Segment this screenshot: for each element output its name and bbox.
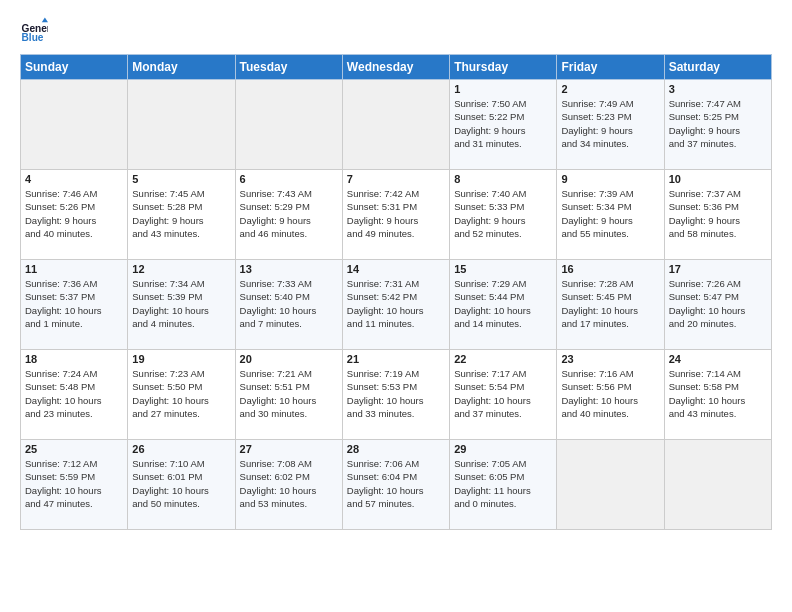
calendar-cell: 7Sunrise: 7:42 AM Sunset: 5:31 PM Daylig… <box>342 170 449 260</box>
calendar-cell: 11Sunrise: 7:36 AM Sunset: 5:37 PM Dayli… <box>21 260 128 350</box>
day-info: Sunrise: 7:31 AM Sunset: 5:42 PM Dayligh… <box>347 277 445 330</box>
calendar-cell: 25Sunrise: 7:12 AM Sunset: 5:59 PM Dayli… <box>21 440 128 530</box>
header-day-friday: Friday <box>557 55 664 80</box>
day-info: Sunrise: 7:12 AM Sunset: 5:59 PM Dayligh… <box>25 457 123 510</box>
day-info: Sunrise: 7:39 AM Sunset: 5:34 PM Dayligh… <box>561 187 659 240</box>
logo-icon: General Blue <box>20 16 48 44</box>
day-info: Sunrise: 7:14 AM Sunset: 5:58 PM Dayligh… <box>669 367 767 420</box>
calendar-cell: 22Sunrise: 7:17 AM Sunset: 5:54 PM Dayli… <box>450 350 557 440</box>
svg-text:Blue: Blue <box>22 32 44 43</box>
logo: General Blue <box>20 16 48 44</box>
day-info: Sunrise: 7:50 AM Sunset: 5:22 PM Dayligh… <box>454 97 552 150</box>
calendar-cell: 17Sunrise: 7:26 AM Sunset: 5:47 PM Dayli… <box>664 260 771 350</box>
calendar-cell: 1Sunrise: 7:50 AM Sunset: 5:22 PM Daylig… <box>450 80 557 170</box>
day-info: Sunrise: 7:21 AM Sunset: 5:51 PM Dayligh… <box>240 367 338 420</box>
day-number: 17 <box>669 263 767 275</box>
day-number: 27 <box>240 443 338 455</box>
day-number: 14 <box>347 263 445 275</box>
calendar-cell: 10Sunrise: 7:37 AM Sunset: 5:36 PM Dayli… <box>664 170 771 260</box>
day-info: Sunrise: 7:36 AM Sunset: 5:37 PM Dayligh… <box>25 277 123 330</box>
calendar-cell: 12Sunrise: 7:34 AM Sunset: 5:39 PM Dayli… <box>128 260 235 350</box>
calendar-cell <box>557 440 664 530</box>
day-info: Sunrise: 7:24 AM Sunset: 5:48 PM Dayligh… <box>25 367 123 420</box>
header-day-monday: Monday <box>128 55 235 80</box>
calendar-cell: 28Sunrise: 7:06 AM Sunset: 6:04 PM Dayli… <box>342 440 449 530</box>
calendar-cell: 16Sunrise: 7:28 AM Sunset: 5:45 PM Dayli… <box>557 260 664 350</box>
calendar-cell: 27Sunrise: 7:08 AM Sunset: 6:02 PM Dayli… <box>235 440 342 530</box>
calendar-cell: 26Sunrise: 7:10 AM Sunset: 6:01 PM Dayli… <box>128 440 235 530</box>
day-info: Sunrise: 7:46 AM Sunset: 5:26 PM Dayligh… <box>25 187 123 240</box>
day-info: Sunrise: 7:34 AM Sunset: 5:39 PM Dayligh… <box>132 277 230 330</box>
day-number: 21 <box>347 353 445 365</box>
calendar-week-5: 25Sunrise: 7:12 AM Sunset: 5:59 PM Dayli… <box>21 440 772 530</box>
day-info: Sunrise: 7:08 AM Sunset: 6:02 PM Dayligh… <box>240 457 338 510</box>
calendar-week-1: 1Sunrise: 7:50 AM Sunset: 5:22 PM Daylig… <box>21 80 772 170</box>
day-number: 12 <box>132 263 230 275</box>
header-day-tuesday: Tuesday <box>235 55 342 80</box>
day-info: Sunrise: 7:40 AM Sunset: 5:33 PM Dayligh… <box>454 187 552 240</box>
day-number: 29 <box>454 443 552 455</box>
page-header: General Blue <box>20 16 772 44</box>
day-number: 5 <box>132 173 230 185</box>
day-info: Sunrise: 7:28 AM Sunset: 5:45 PM Dayligh… <box>561 277 659 330</box>
calendar-table: SundayMondayTuesdayWednesdayThursdayFrid… <box>20 54 772 530</box>
calendar-cell: 8Sunrise: 7:40 AM Sunset: 5:33 PM Daylig… <box>450 170 557 260</box>
day-number: 28 <box>347 443 445 455</box>
calendar-cell <box>21 80 128 170</box>
day-number: 24 <box>669 353 767 365</box>
calendar-body: 1Sunrise: 7:50 AM Sunset: 5:22 PM Daylig… <box>21 80 772 530</box>
day-info: Sunrise: 7:45 AM Sunset: 5:28 PM Dayligh… <box>132 187 230 240</box>
day-info: Sunrise: 7:43 AM Sunset: 5:29 PM Dayligh… <box>240 187 338 240</box>
day-number: 9 <box>561 173 659 185</box>
day-info: Sunrise: 7:47 AM Sunset: 5:25 PM Dayligh… <box>669 97 767 150</box>
day-number: 20 <box>240 353 338 365</box>
calendar-cell: 19Sunrise: 7:23 AM Sunset: 5:50 PM Dayli… <box>128 350 235 440</box>
header-day-sunday: Sunday <box>21 55 128 80</box>
calendar-week-2: 4Sunrise: 7:46 AM Sunset: 5:26 PM Daylig… <box>21 170 772 260</box>
day-info: Sunrise: 7:23 AM Sunset: 5:50 PM Dayligh… <box>132 367 230 420</box>
day-number: 11 <box>25 263 123 275</box>
calendar-cell: 18Sunrise: 7:24 AM Sunset: 5:48 PM Dayli… <box>21 350 128 440</box>
calendar-cell: 4Sunrise: 7:46 AM Sunset: 5:26 PM Daylig… <box>21 170 128 260</box>
day-number: 18 <box>25 353 123 365</box>
day-number: 15 <box>454 263 552 275</box>
calendar-cell <box>235 80 342 170</box>
calendar-cell: 13Sunrise: 7:33 AM Sunset: 5:40 PM Dayli… <box>235 260 342 350</box>
day-info: Sunrise: 7:17 AM Sunset: 5:54 PM Dayligh… <box>454 367 552 420</box>
calendar-cell: 23Sunrise: 7:16 AM Sunset: 5:56 PM Dayli… <box>557 350 664 440</box>
calendar-cell: 15Sunrise: 7:29 AM Sunset: 5:44 PM Dayli… <box>450 260 557 350</box>
calendar-cell <box>664 440 771 530</box>
day-number: 13 <box>240 263 338 275</box>
day-number: 25 <box>25 443 123 455</box>
calendar-cell <box>342 80 449 170</box>
day-info: Sunrise: 7:29 AM Sunset: 5:44 PM Dayligh… <box>454 277 552 330</box>
day-info: Sunrise: 7:42 AM Sunset: 5:31 PM Dayligh… <box>347 187 445 240</box>
day-info: Sunrise: 7:10 AM Sunset: 6:01 PM Dayligh… <box>132 457 230 510</box>
calendar-cell: 24Sunrise: 7:14 AM Sunset: 5:58 PM Dayli… <box>664 350 771 440</box>
calendar-cell: 6Sunrise: 7:43 AM Sunset: 5:29 PM Daylig… <box>235 170 342 260</box>
day-info: Sunrise: 7:49 AM Sunset: 5:23 PM Dayligh… <box>561 97 659 150</box>
day-info: Sunrise: 7:16 AM Sunset: 5:56 PM Dayligh… <box>561 367 659 420</box>
day-number: 8 <box>454 173 552 185</box>
header-day-thursday: Thursday <box>450 55 557 80</box>
svg-marker-2 <box>42 18 48 23</box>
day-number: 1 <box>454 83 552 95</box>
day-info: Sunrise: 7:26 AM Sunset: 5:47 PM Dayligh… <box>669 277 767 330</box>
day-info: Sunrise: 7:05 AM Sunset: 6:05 PM Dayligh… <box>454 457 552 510</box>
day-number: 4 <box>25 173 123 185</box>
day-info: Sunrise: 7:33 AM Sunset: 5:40 PM Dayligh… <box>240 277 338 330</box>
day-number: 7 <box>347 173 445 185</box>
calendar-cell: 29Sunrise: 7:05 AM Sunset: 6:05 PM Dayli… <box>450 440 557 530</box>
calendar-week-4: 18Sunrise: 7:24 AM Sunset: 5:48 PM Dayli… <box>21 350 772 440</box>
calendar-cell: 14Sunrise: 7:31 AM Sunset: 5:42 PM Dayli… <box>342 260 449 350</box>
calendar-cell: 21Sunrise: 7:19 AM Sunset: 5:53 PM Dayli… <box>342 350 449 440</box>
day-info: Sunrise: 7:06 AM Sunset: 6:04 PM Dayligh… <box>347 457 445 510</box>
header-day-saturday: Saturday <box>664 55 771 80</box>
calendar-week-3: 11Sunrise: 7:36 AM Sunset: 5:37 PM Dayli… <box>21 260 772 350</box>
day-number: 22 <box>454 353 552 365</box>
day-number: 3 <box>669 83 767 95</box>
day-info: Sunrise: 7:19 AM Sunset: 5:53 PM Dayligh… <box>347 367 445 420</box>
calendar-cell <box>128 80 235 170</box>
header-day-wednesday: Wednesday <box>342 55 449 80</box>
calendar-cell: 9Sunrise: 7:39 AM Sunset: 5:34 PM Daylig… <box>557 170 664 260</box>
